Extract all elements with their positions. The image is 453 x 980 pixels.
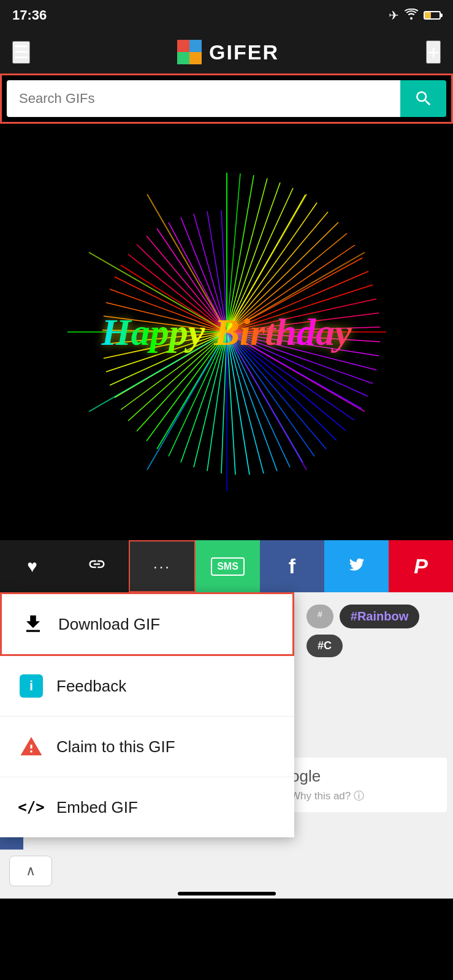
add-button[interactable]: + <box>426 40 441 64</box>
svg-line-5 <box>227 188 293 332</box>
download-gif-item[interactable]: Download GIF <box>0 592 294 656</box>
pinterest-button[interactable]: P <box>389 540 453 592</box>
logo-icon <box>177 40 202 64</box>
info-icon: i <box>29 678 33 694</box>
embed-icon-wrap: </> <box>18 794 44 820</box>
download-icon <box>20 611 46 637</box>
download-gif-label: Download GIF <box>58 615 160 634</box>
app-title: GIFER <box>209 40 279 64</box>
tags-area: # #Rainbow #C <box>300 605 453 657</box>
gif-canvas: Happy Birthday <box>18 136 435 528</box>
feedback-icon-wrap: i <box>18 673 44 699</box>
tag-hash[interactable]: # <box>306 605 333 628</box>
heart-icon: ♥ <box>27 557 37 576</box>
status-time: 17:36 <box>12 7 47 23</box>
app-header: ☰ GIFER + <box>0 31 453 74</box>
embed-icon: </> <box>18 799 44 816</box>
tag-rainbow[interactable]: #Rainbow <box>340 605 419 628</box>
chevron-up-icon: ∧ <box>26 863 36 879</box>
search-icon <box>414 89 433 108</box>
search-bar-wrapper <box>0 74 453 124</box>
wifi-icon <box>404 9 419 23</box>
facebook-button[interactable]: f <box>260 540 324 592</box>
claim-icon-wrap <box>18 734 44 760</box>
pinterest-icon: P <box>414 554 428 578</box>
dropdown-menu: Download GIF i Feedback Claim to this GI… <box>0 592 294 837</box>
embed-gif-item[interactable]: </> Embed GIF <box>0 777 294 837</box>
search-bar <box>7 80 446 117</box>
tag-c[interactable]: #C <box>306 635 343 657</box>
status-icons: ✈ <box>389 8 441 23</box>
ad-why-text: Why this ad? ⓘ <box>291 789 438 803</box>
claim-gif-label: Claim to this GIF <box>56 737 175 756</box>
sms-icon: SMS <box>211 557 245 576</box>
twitter-button[interactable] <box>324 540 389 592</box>
menu-button[interactable]: ☰ <box>12 41 30 64</box>
embed-gif-label: Embed GIF <box>56 798 138 817</box>
feedback-label: Feedback <box>56 677 126 696</box>
info-bg: i <box>20 674 43 698</box>
status-bar: 17:36 ✈ <box>0 0 453 31</box>
svg-line-33 <box>227 332 249 475</box>
gif-text: Happy Birthday <box>101 311 351 353</box>
search-button[interactable] <box>400 80 446 117</box>
claim-gif-item[interactable]: Claim to this GIF <box>0 717 294 777</box>
facebook-icon: f <box>289 554 295 578</box>
battery-icon <box>424 11 441 20</box>
scroll-up-button[interactable]: ∧ <box>9 856 52 886</box>
twitter-icon <box>348 556 366 577</box>
link-button[interactable] <box>64 540 129 592</box>
search-input[interactable] <box>7 80 400 117</box>
action-bar: ♥ ··· SMS f P <box>0 540 453 592</box>
link-icon <box>88 555 106 578</box>
like-button[interactable]: ♥ <box>0 540 64 592</box>
ad-area: ogle Why this ad? ⓘ <box>281 758 447 812</box>
svg-line-1 <box>227 173 240 332</box>
home-indicator <box>178 892 276 895</box>
more-icon: ··· <box>153 558 171 575</box>
more-button[interactable]: ··· <box>129 540 196 592</box>
airplane-icon: ✈ <box>389 8 399 23</box>
ad-google-text: ogle <box>291 767 438 786</box>
logo-area: GIFER <box>177 40 279 64</box>
gif-area: Happy Birthday <box>0 124 453 540</box>
feedback-item[interactable]: i Feedback <box>0 656 294 717</box>
bottom-area: Download GIF i Feedback Claim to this GI… <box>0 592 453 899</box>
sms-button[interactable]: SMS <box>196 540 260 592</box>
